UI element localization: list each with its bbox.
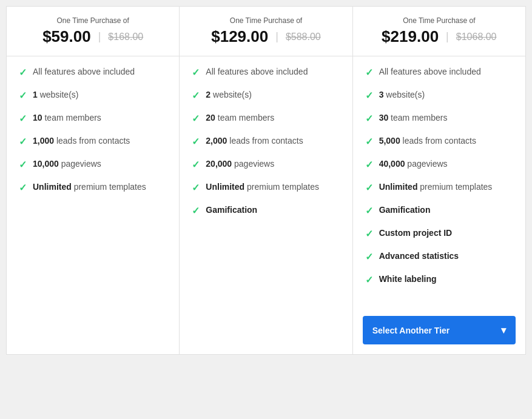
check-icon: ✓ [365,228,373,240]
check-icon: ✓ [192,182,200,193]
feature-text: 10,000 pageviews [33,158,101,170]
price-divider: | [446,30,449,43]
price-header: One Time Purchase of$129.00|$588.00 [180,7,352,56]
price-row: $219.00|$1068.00 [365,27,513,46]
check-icon: ✓ [365,113,373,124]
feature-text: 40,000 pageviews [379,158,448,170]
feature-item: ✓20 team members [192,112,340,124]
price-label: One Time Purchase of [192,16,340,25]
select-tier-label: Select Another Tier [372,326,450,335]
feature-item: ✓3 website(s) [365,89,513,101]
feature-item: ✓2 website(s) [192,89,340,101]
pricing-card-3: One Time Purchase of$219.00|$1068.00✓All… [352,6,526,355]
feature-text: 1 website(s) [33,89,78,101]
price-row: $129.00|$588.00 [192,27,340,46]
feature-item: ✓Unlimited premium templates [365,181,513,193]
feature-text: Gamification [379,204,431,216]
feature-text: Unlimited premium templates [379,181,493,193]
feature-text: 30 team members [379,112,448,124]
check-icon: ✓ [19,67,27,78]
feature-text: 2,000 leads from contacts [206,135,303,147]
feature-item: ✓Custom project ID [365,227,513,240]
check-icon: ✓ [192,205,200,216]
feature-item: ✓Advanced statistics [365,250,513,263]
price-current: $59.00 [42,27,91,46]
feature-text: 5,000 leads from contacts [379,135,476,147]
feature-text: White labeling [379,273,437,286]
chevron-down-icon: ▾ [501,324,506,336]
feature-text: Unlimited premium templates [33,181,146,193]
check-icon: ✓ [19,113,27,124]
feature-text: Unlimited premium templates [206,181,319,193]
feature-item: ✓2,000 leads from contacts [192,135,340,147]
features-list: ✓All features above included✓1 website(s… [7,56,179,354]
check-icon: ✓ [192,90,200,101]
price-row: $59.00|$168.00 [19,27,167,46]
check-icon: ✓ [365,251,373,263]
price-header: One Time Purchase of$59.00|$168.00 [7,7,179,56]
check-icon: ✓ [19,90,27,101]
feature-item: ✓20,000 pageviews [192,158,340,170]
feature-text: All features above included [206,66,308,78]
check-icon: ✓ [19,159,27,170]
pricing-card-2: One Time Purchase of$129.00|$588.00✓All … [179,6,352,355]
price-divider: | [98,30,101,43]
feature-item: ✓1,000 leads from contacts [19,135,167,147]
feature-item: ✓10,000 pageviews [19,158,167,170]
feature-item: ✓10 team members [19,112,167,124]
feature-item: ✓30 team members [365,112,513,124]
feature-item: ✓White labeling [365,273,513,286]
feature-item: ✓All features above included [365,66,513,78]
price-original: $1068.00 [456,32,497,42]
feature-text: 20 team members [206,112,274,124]
pricing-card-1: One Time Purchase of$59.00|$168.00✓All f… [6,6,179,355]
check-icon: ✓ [365,274,373,286]
check-icon: ✓ [19,136,27,147]
feature-text: Gamification [206,204,257,216]
check-icon: ✓ [365,67,373,78]
feature-text: Advanced statistics [379,250,459,263]
check-icon: ✓ [192,136,200,147]
feature-item: ✓Unlimited premium templates [19,181,167,193]
feature-item: ✓Gamification [365,204,513,216]
select-tier-button[interactable]: Select Another Tier▾ [363,316,516,344]
price-original: $168.00 [108,32,143,42]
feature-item: ✓5,000 leads from contacts [365,135,513,147]
features-list: ✓All features above included✓2 website(s… [180,56,352,354]
feature-text: 2 website(s) [206,89,251,101]
pricing-container: One Time Purchase of$59.00|$168.00✓All f… [6,6,526,355]
price-header: One Time Purchase of$219.00|$1068.00 [353,7,525,56]
feature-text: All features above included [379,66,481,78]
price-label: One Time Purchase of [365,16,513,25]
feature-text: 3 website(s) [379,89,425,101]
feature-item: ✓1 website(s) [19,89,167,101]
check-icon: ✓ [365,205,373,216]
feature-item: ✓All features above included [19,66,167,78]
feature-text: All features above included [33,66,135,78]
price-current: $219.00 [382,27,439,46]
check-icon: ✓ [365,136,373,147]
feature-item: ✓Unlimited premium templates [192,181,340,193]
feature-text: 1,000 leads from contacts [33,135,130,147]
feature-item: ✓All features above included [192,66,340,78]
price-divider: | [275,30,278,43]
check-icon: ✓ [365,182,373,193]
check-icon: ✓ [192,67,200,78]
feature-item: ✓40,000 pageviews [365,158,513,170]
check-icon: ✓ [192,159,200,170]
feature-item: ✓Gamification [192,204,340,216]
price-label: One Time Purchase of [19,16,167,25]
feature-text: Custom project ID [379,227,453,240]
feature-text: 20,000 pageviews [206,158,274,170]
check-icon: ✓ [192,113,200,124]
price-current: $129.00 [211,27,268,46]
feature-text: 10 team members [33,112,101,124]
check-icon: ✓ [365,90,373,101]
check-icon: ✓ [365,159,373,170]
price-original: $588.00 [286,32,321,42]
features-list: ✓All features above included✓3 website(s… [353,56,525,306]
check-icon: ✓ [19,182,27,193]
